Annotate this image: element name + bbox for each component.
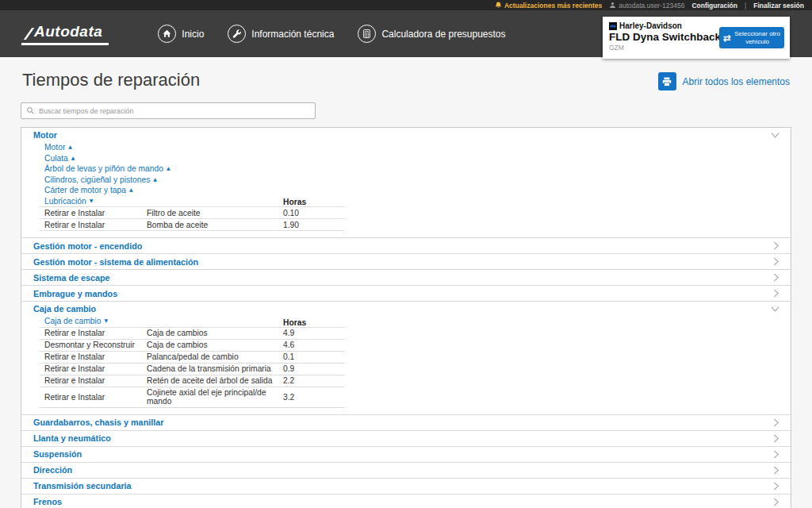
- bell-icon: [495, 2, 502, 9]
- logo-slash-mark: [24, 28, 35, 40]
- select-other-vehicle-button[interactable]: ⇄ Seleccionar otro vehículo: [719, 27, 784, 48]
- triangle-icon: ▲: [71, 152, 75, 164]
- subsection-link[interactable]: Lubricación ▼: [44, 196, 93, 207]
- accordion-section: Gestión motor - encendido: [21, 237, 791, 253]
- accordion-section: Frenos: [21, 494, 791, 508]
- logo-text: Autodata: [34, 23, 102, 40]
- repair-times-table: Retirar e Instalar Caja de cambios 4.9 D…: [40, 327, 345, 408]
- wrench-icon: [228, 25, 246, 43]
- repair-hours: 0.10: [278, 207, 345, 219]
- recent-updates-link[interactable]: Actualizaciones más recientes: [495, 2, 602, 10]
- harley-davidson-logo-icon: [609, 22, 617, 30]
- repair-time-row[interactable]: Retirar e Instalar Cojinete axial del ej…: [40, 387, 345, 407]
- home-icon: [158, 25, 176, 43]
- search-input[interactable]: [39, 107, 310, 115]
- nav-label: Calculadora de presupuestos: [381, 29, 505, 40]
- section-header[interactable]: Caja de cambio: [21, 302, 791, 316]
- section-header[interactable]: Suspensión: [21, 447, 791, 462]
- configuration-link[interactable]: Configuración: [691, 2, 737, 10]
- logout-link[interactable]: Finalizar sesión: [753, 2, 804, 10]
- repair-action: Retirar e Instalar: [40, 351, 142, 363]
- subsection-link[interactable]: Culata ▲: [44, 153, 75, 164]
- subsection-label: Cilindros, cigüeñal y pistones: [44, 175, 150, 186]
- user-account[interactable]: autodata.user-123456: [609, 2, 684, 10]
- section-header[interactable]: Sistema de escape: [21, 270, 791, 285]
- section-title: Motor: [33, 130, 57, 140]
- accordion-section: Llanta y neumático: [21, 430, 791, 446]
- repair-time-row[interactable]: Retirar e Instalar Bomba de aceite 1.90: [40, 219, 345, 231]
- user-icon: [609, 2, 616, 9]
- chevron-right-icon: [772, 465, 780, 475]
- nav-item-home[interactable]: Inicio: [158, 25, 204, 43]
- subsection-link[interactable]: Cilindros, cigüeñal y pistones ▲: [44, 175, 157, 186]
- chevron-right-icon: [772, 497, 780, 507]
- chevron-right-icon: [772, 288, 780, 298]
- nav-item-technical-info[interactable]: Información técnica: [228, 25, 334, 43]
- repair-action: Desmontar y Reconstruir: [40, 339, 142, 351]
- section-title: Embrague y mandos: [33, 289, 117, 298]
- main-nav: Inicio Información técnica Cal: [158, 25, 505, 43]
- repair-hours: 3.2: [278, 387, 345, 407]
- repair-action: Retirar e Instalar: [40, 207, 142, 219]
- triangle-icon: ▲: [68, 141, 72, 152]
- repair-item: Palanca/pedal de cambio: [142, 351, 278, 363]
- section-header[interactable]: Frenos: [21, 495, 791, 508]
- section-title: Gestión motor - sistema de alimentación: [33, 257, 198, 267]
- repair-action: Retirar e Instalar: [40, 375, 142, 387]
- repair-item: Filtro de aceite: [142, 207, 278, 219]
- repair-action: Retirar e Instalar: [40, 327, 142, 339]
- search-box: [21, 102, 316, 119]
- accordion-section: Gestión motor - sistema de alimentación: [21, 253, 791, 269]
- chevron-down-icon: [770, 131, 780, 140]
- autodata-logo[interactable]: Autodata: [21, 23, 109, 45]
- accordion-section: Transmisión secundaria: [21, 478, 791, 494]
- repair-time-row[interactable]: Retirar e Instalar Palanca/pedal de camb…: [40, 351, 345, 363]
- subsection-link[interactable]: Motor ▲: [44, 142, 72, 153]
- subsection-link[interactable]: Árbol de levas y piñón de mando ▲: [44, 164, 170, 175]
- subsection-label: Caja de cambio: [44, 316, 102, 327]
- section-title: Guardabarros, chasis y manillar: [33, 418, 163, 427]
- section-title: Gestión motor - encendido: [33, 241, 142, 251]
- topbar-separator: |: [745, 2, 746, 10]
- section-header[interactable]: Embrague y mandos: [21, 286, 791, 301]
- recent-updates-label: Actualizaciones más recientes: [504, 2, 602, 10]
- section-header[interactable]: Gestión motor - encendido: [21, 238, 791, 253]
- section-title: Frenos: [33, 497, 62, 506]
- search-icon: [26, 106, 35, 115]
- repair-hours: 4.6: [278, 339, 345, 351]
- subsection-label: Árbol de levas y piñón de mando: [44, 164, 163, 175]
- accordion-section: Sistema de escape: [21, 269, 791, 285]
- repair-time-row[interactable]: Retirar e Instalar Filtro de aceite 0.10: [40, 207, 345, 219]
- repair-time-row[interactable]: Retirar e Instalar Caja de cambios 4.9: [40, 327, 345, 339]
- nav-item-estimate-calculator[interactable]: Calculadora de presupuestos: [358, 25, 505, 43]
- section-header[interactable]: Dirección: [21, 463, 791, 478]
- chevron-right-icon: [772, 449, 780, 460]
- open-all-elements-button[interactable]: Abrir todos los elementos: [658, 72, 790, 90]
- chevron-right-icon: [772, 256, 780, 267]
- repair-item: Caja de cambios: [142, 327, 278, 339]
- subsection-link[interactable]: Caja de cambio ▼: [44, 316, 108, 327]
- repair-time-row[interactable]: Desmontar y Reconstruir Caja de cambios …: [40, 339, 345, 351]
- repair-item: Retén de aceite del árbol de salida: [142, 375, 278, 387]
- swap-arrows-icon: ⇄: [723, 33, 731, 43]
- open-all-elements-label: Abrir todos los elementos: [683, 76, 790, 87]
- repair-hours: 4.9: [278, 327, 345, 339]
- hours-column-header: Horas: [283, 198, 306, 206]
- repair-action: Retirar e Instalar: [40, 219, 142, 231]
- repair-time-row[interactable]: Retirar e Instalar Retén de aceite del á…: [40, 375, 345, 387]
- accordion-section: Suspensión: [21, 446, 791, 462]
- accordion: Motor Motor ▲ Culata ▲ Árbol de levas y …: [21, 127, 791, 508]
- section-header[interactable]: Transmisión secundaria: [21, 479, 791, 494]
- repair-time-row[interactable]: Retirar e Instalar Cadena de la transmis…: [40, 363, 345, 375]
- subsection-link[interactable]: Cárter de motor y tapa ▲: [44, 185, 133, 196]
- repair-action: Retirar e Instalar: [40, 363, 142, 375]
- accordion-section: Motor Motor ▲ Culata ▲ Árbol de levas y …: [21, 128, 791, 237]
- section-header[interactable]: Motor: [21, 128, 791, 142]
- section-header[interactable]: Gestión motor - sistema de alimentación: [21, 254, 791, 269]
- section-header[interactable]: Guardabarros, chasis y manillar: [21, 415, 791, 430]
- repair-hours: 2.2: [278, 375, 345, 387]
- triangle-icon: ▲: [153, 174, 157, 185]
- section-title: Suspensión: [33, 449, 82, 459]
- chevron-down-icon: [770, 305, 780, 314]
- section-header[interactable]: Llanta y neumático: [21, 431, 791, 446]
